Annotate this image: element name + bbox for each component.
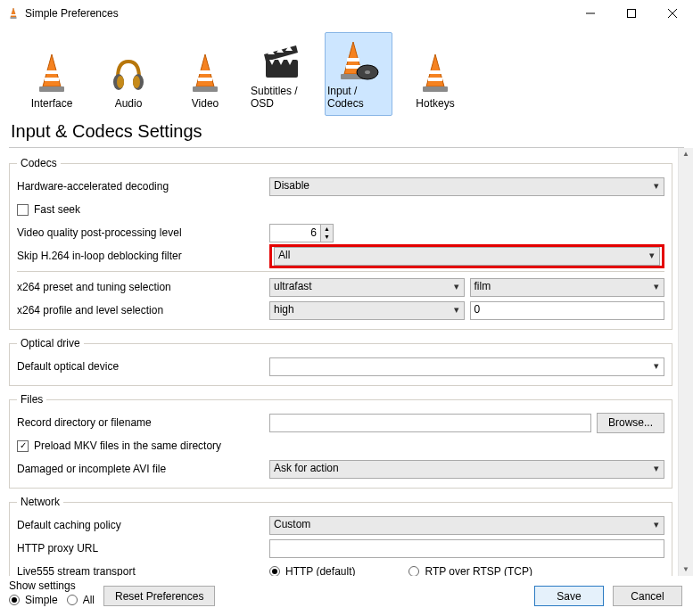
hw-decode-label: Hardware-accelerated decoding — [17, 180, 262, 193]
damaged-avi-select[interactable]: Ask for action — [269, 460, 664, 479]
radio-icon — [269, 566, 280, 576]
live555-http-radio[interactable]: HTTP (default) — [269, 565, 355, 576]
optical-device-select[interactable] — [269, 357, 664, 376]
live555-http-label: HTTP (default) — [285, 565, 355, 576]
svg-rect-28 — [347, 58, 359, 62]
browse-button[interactable]: Browse... — [597, 413, 664, 433]
checkbox-icon — [17, 204, 29, 216]
record-dir-label: Record directory or filename — [17, 416, 262, 429]
minimize-button[interactable] — [570, 0, 611, 27]
tab-subtitles-label: Subtitles / OSD — [251, 85, 313, 110]
radio-icon — [9, 595, 20, 605]
headphones-icon — [109, 49, 148, 94]
cone-disc-icon — [337, 37, 380, 81]
reset-preferences-button[interactable]: Reset Preferences — [103, 586, 215, 606]
svg-rect-2 — [11, 17, 17, 19]
scroll-up-icon[interactable]: ▲ — [679, 148, 693, 160]
group-files: Files Record directory or filename Brows… — [9, 393, 672, 489]
svg-rect-36 — [423, 86, 448, 92]
x264-preset-label: x264 preset and tuning selection — [17, 281, 262, 293]
svg-rect-34 — [429, 70, 441, 74]
hw-decode-select[interactable]: Disable — [269, 177, 664, 196]
x264-level-input[interactable]: 0 — [470, 301, 665, 320]
settings-panel: Codecs Hardware-accelerated decoding Dis… — [0, 148, 678, 576]
scroll-down-icon[interactable]: ▼ — [679, 563, 693, 576]
svg-rect-17 — [198, 78, 212, 81]
group-optical-legend: Optical drive — [17, 337, 84, 349]
vertical-scrollbar[interactable]: ▲ ▼ — [678, 148, 693, 576]
x264-profile-select[interactable]: high — [269, 301, 465, 320]
bottom-bar: Show settings Simple All Reset Preferenc… — [0, 576, 693, 613]
show-all-label: All — [83, 594, 95, 606]
spin-up-icon[interactable]: ▲ — [321, 225, 333, 234]
tab-input-label: Input / Codecs — [327, 85, 390, 110]
show-simple-radio[interactable]: Simple — [9, 594, 58, 606]
svg-point-14 — [133, 76, 140, 88]
cone-icon — [34, 49, 70, 94]
live555-rtp-label: RTP over RTSP (TCP) — [425, 565, 532, 576]
show-settings-label: Show settings — [9, 579, 95, 592]
svg-rect-10 — [39, 86, 64, 92]
proxy-label: HTTP proxy URL — [17, 542, 262, 554]
live555-rtp-radio[interactable]: RTP over RTSP (TCP) — [408, 565, 532, 576]
window-title: Simple Preferences — [25, 7, 570, 20]
category-tabs: Interface Audio Video — [0, 27, 693, 116]
vq-value: 6 — [270, 225, 320, 242]
svg-rect-8 — [45, 70, 58, 74]
cancel-button[interactable]: Cancel — [613, 586, 682, 606]
spin-down-icon[interactable]: ▼ — [321, 233, 333, 242]
preload-mkv-checkbox[interactable]: ✓ Preload MKV files in the same director… — [17, 439, 221, 452]
x264-tuning-select[interactable]: film — [470, 278, 665, 297]
radio-icon — [408, 566, 419, 576]
svg-point-13 — [117, 76, 124, 88]
group-network-legend: Network — [17, 496, 63, 508]
fast-seek-label: Fast seek — [34, 203, 80, 216]
svg-rect-1 — [11, 14, 16, 16]
record-dir-input[interactable] — [269, 414, 591, 432]
cone-icon — [187, 49, 223, 94]
proxy-input[interactable] — [269, 539, 664, 558]
svg-rect-16 — [199, 70, 211, 74]
preload-mkv-label: Preload MKV files in the same directory — [34, 439, 221, 452]
group-codecs-legend: Codecs — [17, 157, 61, 169]
caching-select[interactable]: Custom — [269, 516, 664, 535]
cone-icon — [417, 49, 453, 94]
app-icon — [7, 7, 20, 20]
svg-marker-20 — [268, 49, 275, 54]
live555-label: Live555 stream transport — [17, 565, 262, 576]
optical-device-label: Default optical device — [17, 360, 262, 373]
tab-input-codecs[interactable]: Input / Codecs — [325, 32, 392, 116]
skip-deblock-select[interactable]: All — [274, 247, 660, 266]
radio-icon — [67, 595, 78, 605]
vq-spinbox[interactable]: 6 ▲ ▼ — [269, 224, 334, 242]
group-codecs: Codecs Hardware-accelerated decoding Dis… — [9, 157, 672, 330]
x264-preset-select[interactable]: ultrafast — [269, 278, 465, 297]
svg-rect-18 — [193, 86, 218, 92]
svg-rect-4 — [628, 10, 636, 18]
save-button[interactable]: Save — [534, 586, 604, 606]
svg-rect-35 — [428, 78, 442, 81]
title-bar: Simple Preferences — [0, 0, 693, 27]
tab-hotkeys[interactable]: Hotkeys — [401, 32, 469, 116]
maximize-button[interactable] — [611, 0, 652, 27]
tab-hotkeys-label: Hotkeys — [416, 97, 454, 110]
tab-subtitles[interactable]: Subtitles / OSD — [248, 32, 316, 116]
x264-profile-label: x264 profile and level selection — [17, 304, 262, 316]
tab-video-label: Video — [192, 97, 219, 110]
clapperboard-icon — [260, 37, 303, 81]
damaged-avi-label: Damaged or incomplete AVI file — [17, 463, 262, 475]
tab-interface[interactable]: Interface — [18, 32, 86, 116]
group-files-legend: Files — [17, 393, 46, 406]
tab-audio-label: Audio — [115, 97, 143, 110]
fast-seek-checkbox[interactable]: Fast seek — [17, 203, 80, 216]
tab-video[interactable]: Video — [171, 32, 239, 116]
tab-audio[interactable]: Audio — [95, 32, 162, 116]
show-all-radio[interactable]: All — [67, 594, 95, 606]
close-button[interactable] — [652, 0, 693, 27]
svg-rect-9 — [45, 78, 59, 81]
checkbox-icon: ✓ — [17, 440, 29, 452]
group-optical: Optical drive Default optical device — [9, 337, 672, 386]
divider — [17, 271, 664, 272]
vq-label: Video quality post-processing level — [17, 226, 262, 239]
tab-interface-label: Interface — [31, 97, 73, 110]
